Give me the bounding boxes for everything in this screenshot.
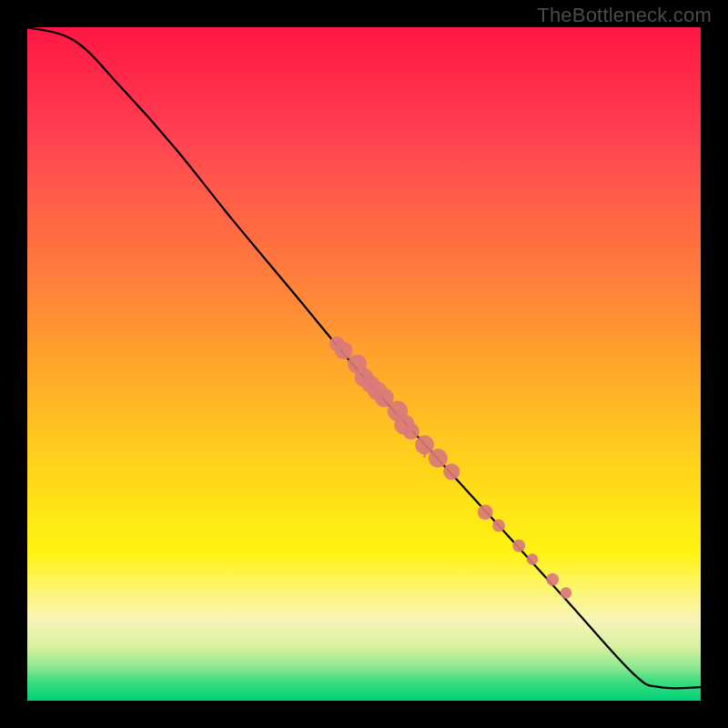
data-markers	[329, 336, 571, 598]
data-marker	[527, 553, 539, 565]
data-marker	[492, 520, 505, 532]
data-marker	[512, 540, 525, 552]
data-marker	[546, 573, 559, 586]
data-marker	[403, 423, 420, 440]
chart-svg	[27, 27, 701, 701]
data-marker	[443, 463, 460, 480]
data-marker	[429, 449, 448, 468]
watermark-text: TheBottleneck.com	[537, 4, 712, 27]
data-marker	[561, 587, 572, 599]
marker-drip	[423, 445, 426, 458]
plot-area	[27, 27, 701, 701]
data-marker	[478, 504, 493, 520]
data-marker	[335, 341, 353, 359]
